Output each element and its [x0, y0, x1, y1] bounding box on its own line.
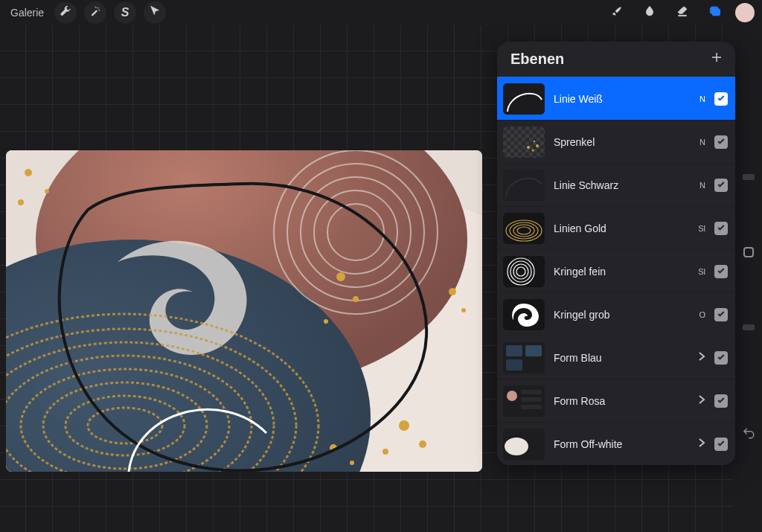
- layer-blend-label[interactable]: N: [692, 181, 705, 190]
- svg-rect-30: [503, 83, 545, 115]
- layer-name-label: Kringel grob: [554, 309, 683, 321]
- svg-point-23: [449, 288, 456, 295]
- check-icon: [717, 351, 726, 365]
- layer-blend-label[interactable]: Sl: [692, 267, 705, 276]
- layers-panel: Ebenen Linie WeißNSprenkelNLinie Schwarz…: [497, 42, 735, 465]
- layer-blend-label[interactable]: N: [692, 138, 705, 147]
- check-icon: [717, 265, 726, 278]
- svg-rect-50: [506, 359, 522, 371]
- layer-row[interactable]: Linie WeißN: [497, 77, 735, 120]
- selection-button[interactable]: S: [114, 1, 136, 24]
- svg-point-21: [353, 296, 359, 302]
- layer-row[interactable]: Kringel feinSl: [497, 249, 735, 292]
- transform-button[interactable]: [144, 1, 166, 24]
- svg-point-29: [350, 461, 354, 465]
- layer-row[interactable]: Form Rosa: [497, 379, 735, 422]
- svg-rect-36: [503, 213, 545, 244]
- layer-name-label: Linien Gold: [554, 222, 683, 234]
- check-icon: [717, 438, 726, 451]
- svg-rect-41: [503, 256, 545, 287]
- svg-point-18: [45, 189, 49, 193]
- layer-visibility-checkbox[interactable]: [714, 222, 728, 235]
- check-icon: [717, 135, 726, 149]
- layers-icon: [709, 5, 721, 20]
- svg-rect-48: [506, 345, 522, 356]
- chevron-right-icon: [698, 394, 705, 408]
- actions-button[interactable]: [54, 1, 77, 24]
- layer-thumbnail: [503, 170, 545, 201]
- layer-row[interactable]: Form Off-white: [497, 422, 735, 465]
- eraser-icon: [676, 5, 688, 20]
- gallery-button[interactable]: Galerie: [7, 1, 47, 24]
- group-expand-button[interactable]: [692, 394, 705, 408]
- group-expand-button[interactable]: [692, 351, 705, 365]
- layer-visibility-checkbox[interactable]: [714, 351, 728, 365]
- layer-visibility-checkbox[interactable]: [714, 265, 728, 278]
- layer-visibility-checkbox[interactable]: [714, 308, 728, 321]
- svg-point-19: [18, 199, 24, 205]
- side-rail: [735, 25, 762, 532]
- svg-point-57: [505, 438, 528, 455]
- layer-visibility-checkbox[interactable]: [714, 92, 728, 106]
- layer-row[interactable]: SprenkelN: [497, 120, 735, 163]
- check-icon: [717, 222, 726, 235]
- svg-point-25: [399, 420, 409, 431]
- layer-thumbnail: [503, 385, 545, 417]
- layer-thumbnail: [503, 83, 545, 115]
- svg-point-32: [532, 149, 534, 151]
- layer-row[interactable]: Form Blau: [497, 336, 735, 379]
- eraser-tool-button[interactable]: [670, 1, 695, 24]
- layer-row[interactable]: Kringel grobO: [497, 292, 735, 336]
- wand-icon: [89, 5, 101, 20]
- layer-visibility-checkbox[interactable]: [714, 179, 728, 192]
- plus-icon: [710, 51, 723, 67]
- svg-rect-35: [503, 170, 545, 201]
- brush-icon: [611, 5, 623, 20]
- layer-blend-label[interactable]: N: [692, 94, 705, 103]
- smudge-tool-button[interactable]: [637, 1, 662, 24]
- check-icon: [717, 394, 726, 408]
- group-expand-button[interactable]: [692, 438, 705, 451]
- brush-tool-button[interactable]: [604, 1, 630, 24]
- svg-point-52: [507, 391, 517, 401]
- layer-blend-label[interactable]: O: [692, 310, 705, 319]
- svg-rect-54: [521, 397, 542, 402]
- artwork: [6, 150, 482, 472]
- check-icon: [717, 308, 726, 321]
- layers-panel-title: Ebenen: [510, 51, 564, 68]
- add-layer-button[interactable]: [710, 51, 723, 68]
- layer-thumbnail: [503, 126, 545, 158]
- modify-button[interactable]: [743, 247, 754, 257]
- svg-point-20: [336, 272, 345, 281]
- layer-row[interactable]: Linie SchwarzN: [497, 163, 735, 206]
- adjustments-button[interactable]: [84, 1, 106, 24]
- chevron-right-icon: [698, 351, 705, 365]
- layer-name-label: Sprenkel: [554, 136, 683, 148]
- layer-row[interactable]: Linien GoldSl: [497, 206, 735, 249]
- svg-point-34: [534, 140, 535, 141]
- layer-visibility-checkbox[interactable]: [714, 135, 728, 149]
- canvas[interactable]: [6, 150, 482, 472]
- brush-opacity-slider[interactable]: [743, 324, 755, 330]
- undo-icon: [742, 429, 755, 442]
- cursor-icon: [149, 5, 161, 20]
- layer-visibility-checkbox[interactable]: [714, 394, 728, 408]
- brush-size-slider[interactable]: [743, 174, 755, 180]
- layer-name-label: Kringel fein: [554, 266, 683, 278]
- layers-list: Linie WeißNSprenkelNLinie SchwarzNLinien…: [497, 77, 735, 465]
- svg-rect-53: [521, 390, 542, 394]
- svg-point-26: [419, 440, 426, 448]
- layer-blend-label[interactable]: Sl: [692, 224, 705, 233]
- layer-visibility-checkbox[interactable]: [714, 438, 728, 451]
- chevron-right-icon: [698, 438, 705, 451]
- svg-point-17: [25, 169, 32, 176]
- svg-point-33: [536, 144, 539, 147]
- layer-name-label: Form Blau: [554, 352, 683, 364]
- color-swatch-button[interactable]: [735, 3, 755, 22]
- svg-rect-55: [521, 405, 542, 409]
- layer-thumbnail: [503, 299, 545, 330]
- svg-rect-49: [525, 345, 542, 356]
- svg-point-27: [382, 449, 388, 455]
- layers-tool-button[interactable]: [702, 1, 728, 24]
- undo-button[interactable]: [742, 426, 755, 443]
